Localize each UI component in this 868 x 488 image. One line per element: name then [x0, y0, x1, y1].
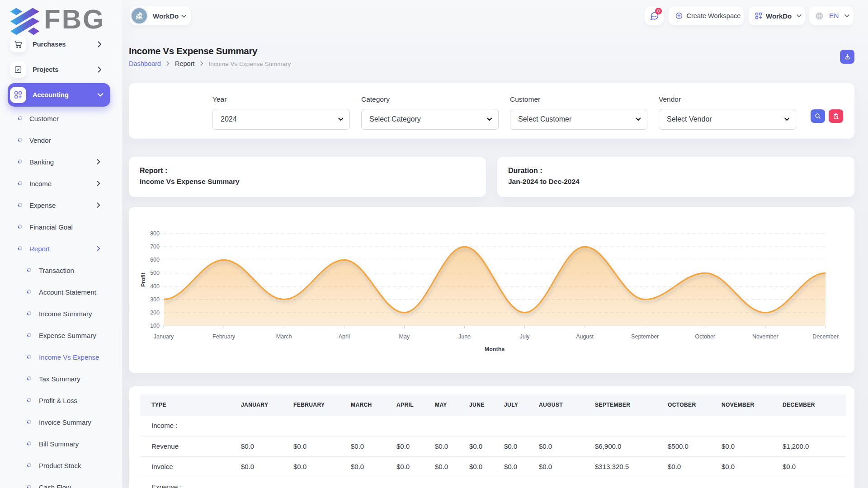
svg-text:October: October	[695, 333, 715, 340]
svg-text:300: 300	[150, 296, 160, 303]
svg-text:100: 100	[150, 323, 160, 329]
svg-text:700: 700	[150, 244, 160, 250]
svg-text:200: 200	[150, 310, 160, 316]
svg-text:February: February	[212, 333, 236, 340]
svg-text:July: July	[519, 333, 530, 340]
svg-text:September: September	[631, 333, 659, 340]
svg-text:March: March	[276, 333, 292, 340]
svg-text:April: April	[339, 333, 350, 340]
svg-text:November: November	[752, 333, 778, 340]
svg-text:800: 800	[150, 230, 160, 237]
svg-text:December: December	[812, 333, 839, 340]
svg-text:May: May	[399, 333, 410, 340]
svg-text:600: 600	[150, 257, 160, 263]
svg-text:Months: Months	[485, 346, 505, 352]
svg-text:Profit: Profit	[140, 272, 146, 286]
svg-text:500: 500	[150, 270, 160, 276]
svg-text:August: August	[576, 333, 594, 340]
svg-text:June: June	[458, 333, 471, 340]
svg-text:January: January	[154, 333, 174, 340]
svg-text:400: 400	[150, 283, 160, 290]
